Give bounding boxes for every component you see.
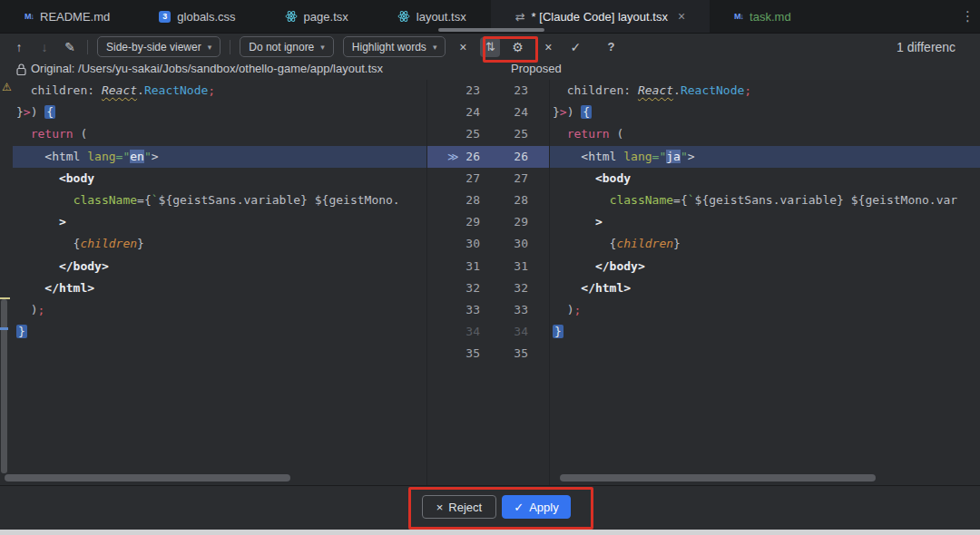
toolbar-divider [230, 40, 230, 54]
code-line[interactable]: } [550, 321, 980, 343]
ignore-mode-value: Do not ignore [249, 41, 314, 54]
right-horizontal-scrollbar[interactable] [560, 474, 876, 482]
code-segment: <body [595, 171, 631, 185]
tab-label: layout.tsx [416, 10, 466, 24]
line-number-left: 30 [466, 233, 480, 255]
code-line[interactable] [0, 343, 426, 365]
difference-count-label: 1 differenc [897, 40, 956, 54]
code-segment: } [137, 237, 144, 250]
code-line[interactable]: </body> [550, 256, 980, 277]
reject-button[interactable]: × Reject [422, 495, 496, 519]
tab-label: page.tsx [304, 10, 348, 24]
code-line[interactable]: ); [0, 299, 426, 321]
settings-gear-icon[interactable]: ⚙ [509, 40, 525, 54]
line-number-left: 35 [466, 343, 480, 365]
code-segment: className [74, 193, 137, 207]
code-line[interactable]: > [550, 211, 980, 233]
code-line[interactable]: {children} [550, 233, 980, 255]
code-line[interactable]: className={`${geistSans.variable} ${geis… [550, 190, 980, 211]
previous-difference-icon[interactable]: ↑ [11, 40, 27, 54]
code-segment: ${geistMono.var [851, 193, 957, 207]
code-segment: ) [567, 105, 582, 119]
line-number-right: 35 [514, 343, 528, 365]
code-segment: =" [652, 150, 667, 163]
help-icon[interactable]: ? [607, 40, 614, 54]
code-line[interactable]: children: React.ReactNode; [0, 80, 426, 102]
original-pane[interactable]: children: React.ReactNode;}>) { return (… [0, 80, 426, 485]
proposed-pane[interactable]: children: React.ReactNode;}>) { return (… [550, 80, 980, 485]
code-line[interactable]: {children} [0, 233, 426, 255]
highlight-mode-dropdown[interactable]: Highlight words ▾ [343, 36, 446, 57]
tab-globals.css[interactable]: 3globals.css [134, 0, 260, 33]
double-chevron-icon[interactable]: ≫ [447, 146, 459, 168]
next-difference-icon[interactable]: ↓ [36, 40, 53, 54]
code-segment: . [673, 83, 681, 97]
tab-page.tsx[interactable]: page.tsx [260, 0, 373, 33]
code-segment [16, 215, 59, 229]
code-line[interactable]: </html> [0, 277, 426, 299]
code-segment: className [610, 193, 673, 207]
line-number-right: 26 [514, 146, 528, 168]
tab-readme.md[interactable]: M↓README.md [0, 0, 134, 33]
code-segment: children [553, 83, 623, 97]
code-segment: } [16, 325, 27, 338]
markdown-icon: M↓ [24, 12, 34, 21]
line-number-right: 27 [514, 168, 528, 190]
code-segment: ${geistSans.variable} [159, 193, 308, 207]
code-line[interactable]: return ( [0, 123, 426, 145]
code-line[interactable]: }>) { [550, 102, 980, 123]
chevron-down-icon: ▾ [433, 43, 437, 52]
synchronize-scrolling-toggle[interactable]: ⇅ [480, 37, 500, 57]
code-line[interactable]: <html lang="ja"> [550, 146, 980, 168]
code-line[interactable]: </html> [550, 277, 980, 299]
chevron-down-icon: ▾ [320, 43, 325, 52]
code-segment [553, 193, 610, 207]
apply-button[interactable]: ✓ Apply [502, 495, 571, 519]
code-segment: </html> [581, 281, 631, 295]
warning-icon: ⚠ [2, 81, 12, 93]
diff-viewer-window: M↓README.md3globals.csspage.tsxlayout.ts… [0, 0, 980, 535]
tab-task.md[interactable]: M↓task.md [710, 0, 816, 33]
code-segment: { [44, 105, 55, 119]
close-icon[interactable]: × [678, 9, 685, 24]
code-segment: lang [87, 150, 115, 163]
collapse-unchanged-icon[interactable]: × [455, 40, 471, 54]
code-segment [308, 193, 315, 207]
edit-icon[interactable]: ✎ [62, 40, 78, 54]
code-line[interactable]: > [0, 211, 426, 233]
gutter-row: ≫2626 [427, 146, 549, 168]
code-line[interactable]: className={`${geistSans.variable} ${geis… [0, 190, 426, 211]
code-segment [553, 259, 595, 273]
viewer-mode-dropdown[interactable]: Side-by-side viewer ▾ [97, 36, 220, 57]
code-segment: =" [116, 150, 131, 163]
apply-button-label: Apply [529, 501, 559, 514]
changed-word: ja [666, 150, 681, 163]
code-line[interactable]: }>) { [0, 102, 426, 123]
code-line[interactable]: <body [550, 168, 980, 190]
line-number-left: 34 [466, 321, 480, 343]
more-icon[interactable]: ⋮ [961, 8, 975, 24]
code-segment: } [16, 105, 24, 119]
code-line[interactable]: </body> [0, 256, 426, 277]
ignore-mode-dropdown[interactable]: Do not ignore ▾ [240, 36, 334, 57]
code-line[interactable]: ); [550, 299, 980, 321]
code-line[interactable]: <html lang="en"> [0, 146, 426, 168]
code-segment: ` [152, 193, 159, 207]
code-segment: . [137, 83, 144, 97]
bottom-strip [0, 530, 980, 535]
accept-changes-icon[interactable]: ✓ [567, 40, 583, 54]
code-segment: ; [37, 303, 44, 316]
scrollbar-change-mark [0, 327, 8, 330]
discard-changes-icon[interactable]: × [540, 40, 556, 54]
line-number-left: 32 [466, 277, 480, 299]
code-line[interactable] [550, 343, 980, 365]
code-line[interactable]: <body [0, 168, 426, 190]
code-line[interactable]: return ( [550, 123, 980, 145]
left-vertical-scrollbar[interactable] [1, 299, 7, 473]
gutter-row: 3535 [427, 343, 549, 365]
code-line[interactable]: children: React.ReactNode; [550, 80, 980, 102]
code-segment: ( [610, 127, 624, 141]
line-number-left: 27 [466, 168, 480, 190]
code-line[interactable]: } [0, 321, 426, 343]
left-horizontal-scrollbar[interactable] [5, 474, 290, 482]
